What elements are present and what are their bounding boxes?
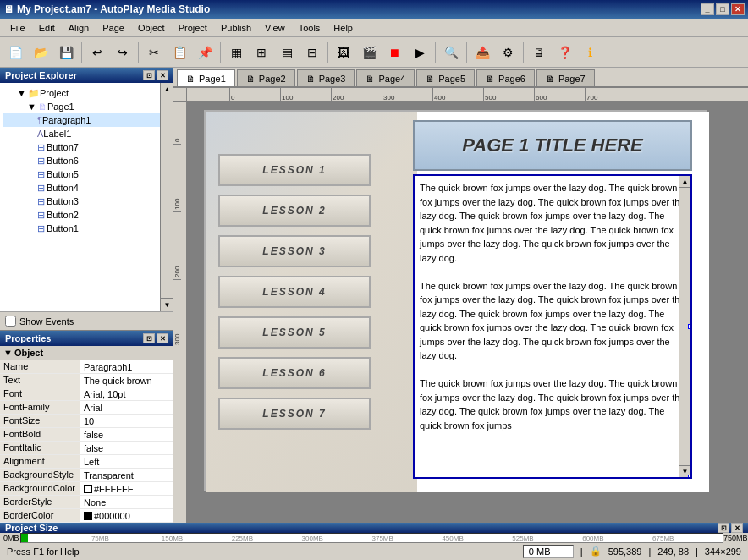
props-restore-button[interactable]: ⊡ bbox=[143, 333, 155, 343]
menu-file[interactable]: File bbox=[3, 19, 32, 36]
distribute-button[interactable]: ⊞ bbox=[250, 41, 273, 64]
menu-tools[interactable]: Tools bbox=[292, 19, 327, 36]
lesson-6-btn[interactable]: LESSON 6 bbox=[218, 357, 371, 389]
size-label-0: 0MB bbox=[3, 534, 20, 542]
tree-button6[interactable]: ⊟ Button6 bbox=[3, 154, 170, 167]
tab-page4[interactable]: 🗎 Page4 bbox=[356, 69, 415, 86]
tab-page6-icon: 🗎 bbox=[486, 74, 495, 84]
show-events-label: Show Events bbox=[19, 316, 74, 327]
lesson-1-btn[interactable]: LESSON 1 bbox=[218, 154, 371, 186]
tree-button5[interactable]: ⊟ Button5 bbox=[3, 167, 170, 181]
close-button[interactable]: ✕ bbox=[731, 3, 745, 15]
menu-publish[interactable]: Publish bbox=[214, 19, 258, 36]
button3-icon: ⊟ bbox=[37, 196, 45, 207]
tree-button4[interactable]: ⊟ Button4 bbox=[3, 181, 170, 195]
stop-button[interactable]: ⏹ bbox=[382, 41, 406, 64]
tab-page2-icon: 🗎 bbox=[246, 74, 256, 84]
project-size-buttons[interactable]: ⊡ ✕ bbox=[718, 523, 743, 533]
tree-button2[interactable]: ⊟ Button2 bbox=[3, 208, 170, 222]
properties-panel: Properties ⊡ ✕ ▼ Object Name Paragraph1 … bbox=[0, 330, 173, 523]
ruler-v-tick-1: 100 bbox=[173, 144, 181, 211]
tree-scrollbar[interactable]: ▲ ▼ bbox=[160, 83, 173, 311]
table-button[interactable]: ⊟ bbox=[300, 41, 324, 64]
props-header-buttons[interactable]: ⊡ ✕ bbox=[143, 333, 168, 343]
maximize-button[interactable]: □ bbox=[716, 3, 729, 15]
align-button[interactable]: ▦ bbox=[224, 41, 248, 64]
prop-fontfamily-row: FontFamily Arial bbox=[0, 401, 173, 415]
project-size-close[interactable]: ✕ bbox=[731, 523, 743, 533]
show-events-checkbox[interactable] bbox=[5, 316, 16, 327]
monitor-button[interactable]: 🖥 bbox=[527, 41, 551, 64]
selection-handle-mr[interactable] bbox=[688, 324, 692, 329]
page-title-text: PAGE 1 TITLE HERE bbox=[462, 135, 643, 156]
tab-page3[interactable]: 🗎 Page3 bbox=[297, 69, 355, 86]
settings-button[interactable]: ⚙ bbox=[496, 41, 520, 64]
status-lock-icon: 🔒 bbox=[590, 546, 602, 557]
menu-help[interactable]: Help bbox=[327, 19, 360, 36]
image-button[interactable]: 🖼 bbox=[332, 41, 355, 64]
tree-paragraph1[interactable]: ¶ Paragraph1 bbox=[3, 113, 170, 127]
minimize-button[interactable]: _ bbox=[701, 3, 714, 15]
tree-label1[interactable]: A Label1 bbox=[3, 127, 170, 140]
title-bar-left: 🖥 My Project.am7 - AutoPlay Media Studio bbox=[3, 3, 210, 15]
tree-button3[interactable]: ⊟ Button3 bbox=[3, 195, 170, 208]
new-button[interactable]: 📄 bbox=[3, 41, 27, 64]
tab-page2[interactable]: 🗎 Page2 bbox=[237, 69, 295, 86]
help-button[interactable]: ❓ bbox=[553, 41, 576, 64]
size-450mb: 450MB bbox=[442, 535, 463, 542]
lesson-5-btn[interactable]: LESSON 5 bbox=[218, 316, 371, 349]
lesson-3-btn[interactable]: LESSON 3 bbox=[218, 235, 371, 267]
prop-fontsize-value: 10 bbox=[80, 415, 173, 427]
tab-page5[interactable]: 🗎 Page5 bbox=[416, 69, 475, 86]
tree-button1[interactable]: ⊟ Button1 bbox=[3, 222, 170, 235]
publish-button[interactable]: 📤 bbox=[470, 41, 494, 64]
separator-3 bbox=[220, 42, 221, 63]
save-button[interactable]: 💾 bbox=[54, 41, 78, 64]
redo-button[interactable]: ↪ bbox=[111, 41, 135, 64]
panel-header-buttons[interactable]: ⊡ ✕ bbox=[143, 70, 168, 80]
selection-handle-br[interactable] bbox=[688, 475, 692, 479]
menu-project[interactable]: Project bbox=[172, 19, 214, 36]
paragraph-object[interactable]: The quick brown fox jumps over the lazy … bbox=[413, 174, 692, 479]
tree-area: ▼ 📁 Project ▼ 🗎 Page1 ¶ Paragraph1 A bbox=[0, 83, 173, 311]
separator-6 bbox=[466, 42, 467, 63]
ruler-corner bbox=[173, 88, 187, 102]
undo-button[interactable]: ↩ bbox=[85, 41, 109, 64]
tab-page6[interactable]: 🗎 Page6 bbox=[476, 69, 535, 86]
tab-page1[interactable]: 🗎 Page1 bbox=[177, 69, 235, 86]
menu-object[interactable]: Object bbox=[131, 19, 172, 36]
tab-page5-icon: 🗎 bbox=[426, 74, 435, 84]
status-coordinates: 595,389 bbox=[608, 546, 642, 557]
open-button[interactable]: 📂 bbox=[29, 41, 52, 64]
panel-close-button[interactable]: ✕ bbox=[157, 70, 168, 80]
info-button[interactable]: ℹ bbox=[578, 41, 602, 64]
copy-button[interactable]: 📋 bbox=[168, 41, 191, 64]
play-button[interactable]: ▶ bbox=[408, 41, 432, 64]
properties-title: Properties bbox=[5, 333, 51, 343]
props-close-button[interactable]: ✕ bbox=[157, 333, 168, 343]
lesson-4-btn[interactable]: LESSON 4 bbox=[218, 276, 371, 308]
tree-project[interactable]: ▼ 📁 Project bbox=[3, 86, 170, 100]
media-button[interactable]: 🎬 bbox=[357, 41, 381, 64]
menu-edit[interactable]: Edit bbox=[32, 19, 62, 36]
zoom-button[interactable]: 🔍 bbox=[439, 41, 463, 64]
paste-button[interactable]: 📌 bbox=[193, 41, 217, 64]
lesson-7-btn[interactable]: LESSON 7 bbox=[218, 398, 371, 430]
prop-alignment-label: Alignment bbox=[0, 455, 80, 468]
group-button[interactable]: ▤ bbox=[275, 41, 299, 64]
cut-button[interactable]: ✂ bbox=[142, 41, 166, 64]
menu-page[interactable]: Page bbox=[96, 19, 131, 36]
ruler-v-tick-2: 200 bbox=[173, 211, 181, 279]
menu-align[interactable]: Align bbox=[62, 19, 96, 36]
tree-button7[interactable]: ⊟ Button7 bbox=[3, 140, 170, 154]
tab-page-icon: 🗎 bbox=[186, 74, 195, 84]
tree-page1[interactable]: ▼ 🗎 Page1 bbox=[3, 100, 170, 113]
menu-view[interactable]: View bbox=[258, 19, 292, 36]
lesson-2-btn[interactable]: LESSON 2 bbox=[218, 195, 371, 227]
title-bar-buttons[interactable]: _ □ ✕ bbox=[701, 3, 745, 15]
project-size-restore[interactable]: ⊡ bbox=[718, 523, 729, 533]
panel-restore-button[interactable]: ⊡ bbox=[143, 70, 155, 80]
tab-page7[interactable]: 🗎 Page7 bbox=[536, 69, 595, 86]
ruler-tick-4: 400 bbox=[432, 88, 483, 102]
scroll-up[interactable]: ▲ bbox=[679, 176, 690, 188]
